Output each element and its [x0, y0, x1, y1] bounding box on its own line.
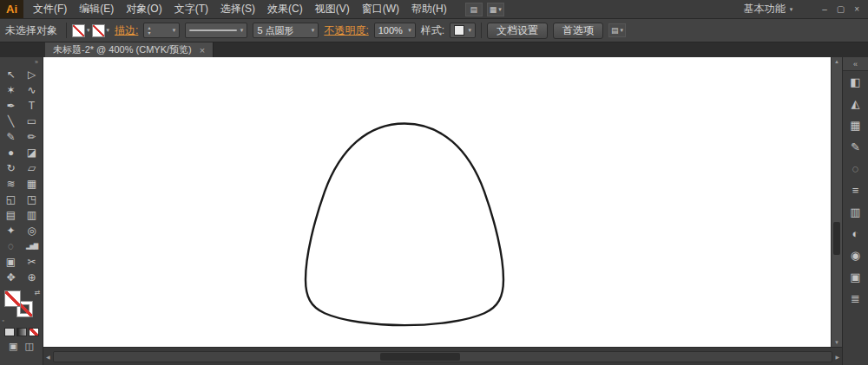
tool-line-segment[interactable]: ╲ [1, 114, 22, 129]
tool-artboard[interactable]: ▣ [1, 254, 22, 270]
opacity-value: 100% [378, 25, 403, 36]
scroll-up-icon[interactable]: ▲ [832, 57, 842, 66]
tools-collapse-icon[interactable]: » [0, 57, 43, 67]
panel-appearance-icon[interactable]: ◉ [843, 244, 868, 266]
width-profile-combo[interactable]: ▾ [185, 23, 247, 38]
panel-layers-icon[interactable]: ≣ [843, 288, 868, 310]
tool-perspective-grid[interactable]: ◳ [22, 192, 43, 207]
minimize-icon[interactable]: – [822, 4, 827, 14]
control-bar: 未选择对象 ▾ ▾ 描边: ▴▾ ▾ ▾ 5 点圆形 ▾ 不透明度: 100% … [0, 19, 868, 42]
close-icon[interactable]: × [854, 4, 859, 14]
stepper-down-icon[interactable]: ▾ [148, 30, 150, 36]
artwork-layer [43, 57, 831, 347]
tool-free-transform[interactable]: ▦ [22, 176, 43, 192]
workspace-switcher[interactable]: 基本功能 ▾ [744, 2, 793, 16]
tool-direct-selection[interactable]: ▷ [22, 67, 43, 82]
menu-type[interactable]: 文字(T) [168, 0, 214, 18]
tool-eraser[interactable]: ◪ [22, 145, 43, 160]
opacity-combo[interactable]: 100% ▾ [374, 23, 416, 38]
stroke-weight-stepper[interactable]: ▴▾ [148, 25, 150, 36]
tool-pencil[interactable]: ✏ [22, 129, 43, 145]
menu-window[interactable]: 窗口(W) [356, 0, 405, 18]
panel-brushes-icon[interactable]: ✎ [843, 136, 868, 158]
brush-definition-combo[interactable]: 5 点圆形 ▾ [253, 23, 319, 38]
tool-eyedropper[interactable]: ✦ [1, 223, 22, 238]
panel-symbols-icon[interactable]: ◌ [843, 158, 868, 179]
color-button[interactable] [4, 328, 15, 336]
tool-lasso[interactable]: ∿ [22, 82, 43, 98]
tool-slice[interactable]: ✂ [22, 254, 43, 270]
default-fill-stroke-icon[interactable]: ▫ [3, 317, 4, 323]
tool-hand[interactable]: ✥ [1, 270, 22, 285]
panel-swatches-icon[interactable]: ▦ [843, 114, 868, 136]
chevron-down-icon: ▾ [173, 27, 176, 34]
panel-transparency-icon[interactable]: ◐ [843, 223, 868, 244]
fill-indicator[interactable] [4, 290, 21, 307]
stroke-color-swatch[interactable] [92, 24, 105, 37]
stroke-chevron-icon[interactable]: ▾ [107, 27, 110, 34]
menu-file[interactable]: 文件(F) [27, 0, 73, 18]
draw-mode-icon[interactable]: ▣ [9, 341, 17, 352]
menu-edit[interactable]: 编辑(E) [73, 0, 120, 18]
arrange-documents-icon[interactable]: ▦▾ [487, 3, 504, 16]
menu-select[interactable]: 选择(S) [214, 0, 261, 18]
panel-color-guide-icon[interactable]: ◭ [843, 93, 868, 114]
panel-graphic-styles-icon[interactable]: ▣ [843, 266, 868, 288]
panel-color-icon[interactable]: ◧ [843, 71, 868, 93]
bottom-strip: ◀ ▶ [43, 347, 842, 365]
tool-symbol-sprayer[interactable]: ◌ [1, 238, 22, 254]
tool-zoom[interactable]: ⊕ [22, 270, 43, 285]
align-menu-icon[interactable]: ▤▾ [608, 23, 626, 37]
scroll-down-icon[interactable]: ▼ [832, 338, 842, 347]
scroll-right-icon[interactable]: ▶ [835, 354, 839, 360]
menu-view[interactable]: 视图(V) [309, 0, 356, 18]
tool-scale[interactable]: ▱ [22, 160, 43, 176]
panels-expand-icon[interactable]: « [843, 57, 868, 71]
gradient-button[interactable] [16, 328, 27, 336]
document-tab-bar: 未标题-2* @ 400% (CMYK/预览) × [0, 42, 868, 57]
opacity-panel-link[interactable]: 不透明度: [324, 23, 368, 38]
tools-panel: » ↖▷✶∿✒T╲▭✎✏●◪↻▱≋▦◱◳▤▥✦◎◌▂▅▇▣✂✥⊕ ⇄ ▫ ▣ ◫ [0, 57, 43, 365]
document-setup-button[interactable]: 文档设置 [487, 23, 548, 39]
document-tab[interactable]: 未标题-2* @ 400% (CMYK/预览) × [45, 42, 214, 57]
preferences-button[interactable]: 首选项 [553, 23, 603, 39]
artboard-canvas[interactable] [43, 57, 831, 347]
tool-blob-brush[interactable]: ● [1, 145, 22, 160]
artwork-shape[interactable] [306, 124, 503, 326]
panel-gradient-icon[interactable]: ▥ [843, 201, 868, 223]
screen-mode-icon[interactable]: ◫ [25, 341, 34, 352]
tool-selection[interactable]: ↖ [1, 67, 22, 82]
horizontal-scrollbar[interactable] [53, 351, 833, 362]
tool-rotate[interactable]: ↻ [1, 160, 22, 176]
menu-object[interactable]: 对象(O) [120, 0, 168, 18]
fill-color-swatch[interactable] [72, 24, 85, 37]
stroke-weight-combo[interactable]: ▴▾ ▾ [143, 23, 180, 38]
vertical-scroll-thumb[interactable] [833, 222, 840, 255]
tool-gradient[interactable]: ▥ [22, 207, 43, 223]
scroll-left-icon[interactable]: ◀ [46, 354, 50, 360]
stroke-panel-link[interactable]: 描边: [115, 23, 138, 38]
horizontal-scroll-thumb[interactable] [380, 353, 460, 361]
none-button[interactable] [29, 328, 39, 336]
panel-stroke-icon[interactable]: ≡ [843, 179, 868, 201]
style-combo[interactable]: ▾ [450, 23, 476, 38]
menu-help[interactable]: 帮助(H) [405, 0, 453, 18]
tool-shape-builder[interactable]: ◱ [1, 192, 22, 207]
tool-width[interactable]: ≋ [1, 176, 22, 192]
vertical-scrollbar[interactable]: ▲ ▼ [831, 57, 842, 347]
tab-close-icon[interactable]: × [200, 45, 205, 55]
bridge-icon[interactable]: ▤ [465, 3, 483, 16]
restore-icon[interactable]: ▢ [837, 4, 845, 14]
menu-effect[interactable]: 效果(C) [261, 0, 309, 18]
tool-magic-wand[interactable]: ✶ [1, 82, 22, 98]
tool-paintbrush[interactable]: ✎ [1, 129, 22, 145]
fill-chevron-icon[interactable]: ▾ [87, 27, 90, 34]
tool-rectangle[interactable]: ▭ [22, 114, 43, 129]
tool-pen[interactable]: ✒ [1, 98, 22, 114]
app-logo-icon: Ai [0, 0, 23, 18]
tool-type[interactable]: T [22, 98, 43, 114]
tool-column-graph[interactable]: ▂▅▇ [22, 238, 43, 254]
tool-mesh[interactable]: ▤ [1, 207, 22, 223]
tool-blend[interactable]: ◎ [22, 223, 43, 238]
swap-fill-stroke-icon[interactable]: ⇄ [35, 289, 41, 297]
